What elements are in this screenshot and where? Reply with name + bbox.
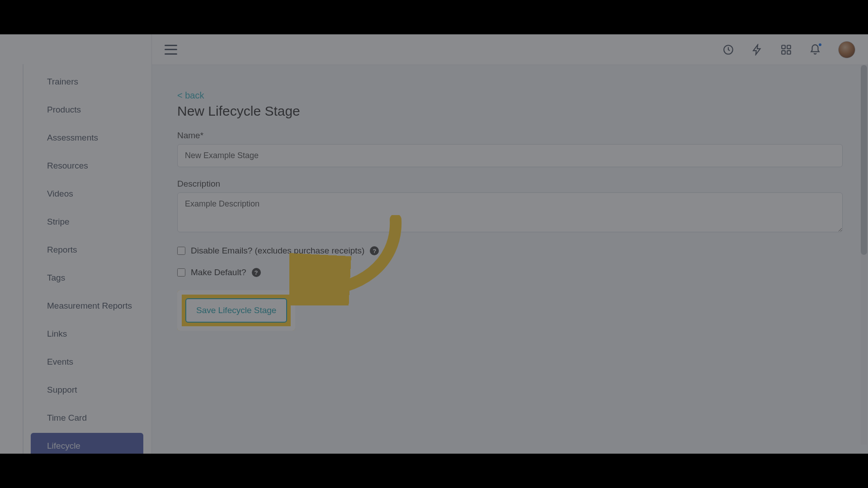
main-content: < back New Lifecycle Stage Name* Descrip… bbox=[152, 65, 868, 454]
sidebar-item-videos[interactable]: Videos bbox=[31, 181, 143, 207]
topbar-right bbox=[722, 41, 855, 58]
avatar[interactable] bbox=[838, 41, 855, 58]
disable-emails-label: Disable Emails? (excludes purchase recei… bbox=[191, 246, 364, 256]
description-label: Description bbox=[177, 179, 843, 189]
bell-icon[interactable] bbox=[809, 44, 821, 56]
flash-icon[interactable] bbox=[751, 44, 763, 56]
make-default-label: Make Default? bbox=[191, 267, 246, 277]
sidebar-item-label: Events bbox=[47, 357, 73, 366]
sidebar-item-label: Products bbox=[47, 105, 81, 114]
sidebar-item-tags[interactable]: Tags bbox=[31, 265, 143, 291]
app-frame: Trainers Products Assessments Resources … bbox=[0, 34, 868, 454]
help-icon[interactable]: ? bbox=[370, 246, 379, 255]
sidebar-item-trainers[interactable]: Trainers bbox=[31, 69, 143, 95]
sidebar-item-label: Trainers bbox=[47, 77, 78, 86]
svg-rect-1 bbox=[782, 45, 785, 49]
vertical-scrollbar[interactable] bbox=[861, 65, 867, 454]
sidebar-item-events[interactable]: Events bbox=[31, 349, 143, 375]
svg-rect-4 bbox=[787, 51, 791, 54]
topbar bbox=[152, 34, 868, 65]
sidebar-item-support[interactable]: Support bbox=[31, 377, 143, 403]
name-input[interactable] bbox=[177, 144, 843, 167]
sidebar-list: Trainers Products Assessments Resources … bbox=[23, 64, 151, 454]
sidebar-item-label: Tags bbox=[47, 273, 65, 282]
help-icon[interactable]: ? bbox=[252, 268, 261, 277]
svg-rect-2 bbox=[787, 45, 791, 49]
sidebar-item-time-card[interactable]: Time Card bbox=[31, 405, 143, 431]
hamburger-menu-icon[interactable] bbox=[165, 45, 177, 55]
sidebar-item-measurement-reports[interactable]: Measurement Reports bbox=[31, 293, 143, 319]
sidebar-item-reports[interactable]: Reports bbox=[31, 237, 143, 263]
sidebar-item-label: Assessments bbox=[47, 133, 98, 142]
sidebar-item-stripe[interactable]: Stripe bbox=[31, 209, 143, 235]
notification-dot bbox=[818, 42, 822, 47]
sidebar-item-resources[interactable]: Resources bbox=[31, 153, 143, 179]
disable-emails-row[interactable]: Disable Emails? (excludes purchase recei… bbox=[177, 246, 843, 256]
apps-icon[interactable] bbox=[780, 44, 792, 56]
save-button[interactable]: Save Lifecycle Stage bbox=[185, 298, 287, 323]
sidebar-item-products[interactable]: Products bbox=[31, 97, 143, 123]
make-default-row[interactable]: Make Default? ? bbox=[177, 267, 843, 277]
sidebar-item-label: Resources bbox=[47, 161, 88, 170]
back-link[interactable]: < back bbox=[177, 90, 204, 100]
clock-icon[interactable] bbox=[722, 44, 734, 56]
make-default-checkbox[interactable] bbox=[177, 268, 185, 277]
description-textarea[interactable] bbox=[177, 192, 843, 232]
svg-rect-3 bbox=[782, 51, 785, 54]
sidebar-item-label: Support bbox=[47, 385, 77, 394]
sidebar-item-links[interactable]: Links bbox=[31, 321, 143, 347]
letterbox-bottom bbox=[0, 454, 868, 488]
sidebar-item-label: Videos bbox=[47, 189, 73, 198]
sidebar-item-label: Time Card bbox=[47, 413, 87, 422]
name-label: Name* bbox=[177, 131, 843, 141]
sidebar-item-label: Measurement Reports bbox=[47, 301, 132, 310]
scrollbar-thumb[interactable] bbox=[861, 65, 867, 255]
sidebar-item-label: Reports bbox=[47, 245, 77, 254]
sidebar-item-lifecycle[interactable]: Lifecycle bbox=[31, 433, 143, 454]
save-highlight: Save Lifecycle Stage bbox=[177, 290, 295, 331]
sidebar-item-assessments[interactable]: Assessments bbox=[31, 125, 143, 151]
page-title: New Lifecycle Stage bbox=[177, 103, 843, 119]
letterbox-top bbox=[0, 0, 868, 34]
sidebar-item-label: Lifecycle bbox=[47, 441, 80, 450]
sidebar: Trainers Products Assessments Resources … bbox=[0, 34, 152, 454]
sidebar-item-label: Stripe bbox=[47, 217, 70, 226]
sidebar-item-label: Links bbox=[47, 329, 67, 338]
disable-emails-checkbox[interactable] bbox=[177, 247, 185, 255]
